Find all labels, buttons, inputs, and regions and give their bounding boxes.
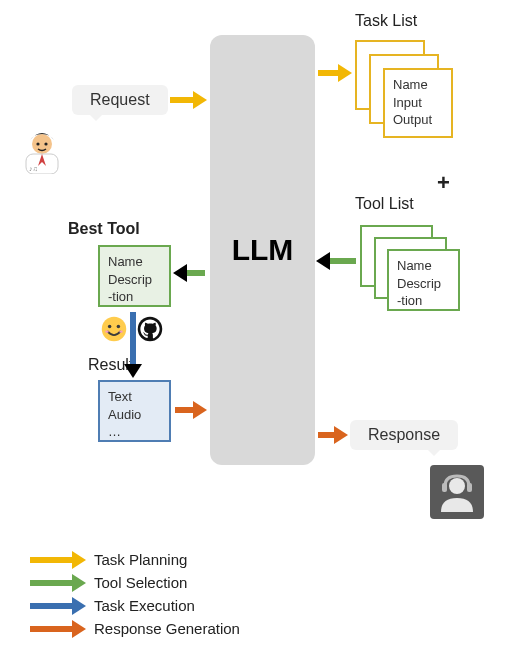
legend-arrow-green: [30, 580, 84, 586]
tool-list-stack: Name Descrip -tion: [360, 225, 470, 320]
legend-text: Response Generation: [94, 620, 240, 637]
llm-box: LLM: [210, 35, 315, 465]
legend-arrow-orange: [30, 626, 84, 632]
tool-list-label: Tool List: [355, 195, 414, 213]
result-card: Text Audio …: [98, 380, 171, 442]
task-card-front: Name Input Output: [383, 68, 453, 138]
arrow-result-to-llm: [175, 407, 205, 413]
svg-point-10: [117, 325, 121, 329]
svg-point-8: [102, 317, 127, 342]
tool-card-line: Name: [397, 257, 450, 275]
best-tool-line: Name: [108, 253, 161, 271]
legend-row-response-generation: Response Generation: [30, 620, 240, 637]
legend-arrow-yellow: [30, 557, 84, 563]
legend-text: Tool Selection: [94, 574, 187, 591]
arrow-besttool-to-result: [130, 312, 136, 376]
diagram-stage: LLM Request ♪♫ Response Task List: [0, 0, 520, 664]
best-tool-line: Descrip: [108, 271, 161, 289]
task-card-line: Output: [393, 111, 443, 129]
svg-point-11: [105, 330, 109, 332]
task-list-stack: Name Input Output: [355, 40, 465, 150]
result-line: Audio: [108, 406, 161, 424]
legend-row-task-planning: Task Planning: [30, 551, 240, 568]
svg-point-9: [108, 325, 112, 329]
task-list-label: Task List: [355, 12, 417, 30]
request-bubble: Request: [72, 85, 168, 115]
task-card-line: Name: [393, 76, 443, 94]
svg-rect-6: [442, 483, 447, 492]
legend-text: Task Planning: [94, 551, 187, 568]
task-card-line: Input: [393, 94, 443, 112]
tool-card-line: Descrip: [397, 275, 450, 293]
scientist-avatar: ♪♫: [20, 130, 64, 174]
legend-row-tool-selection: Tool Selection: [30, 574, 240, 591]
legend-row-task-execution: Task Execution: [30, 597, 240, 614]
svg-text:♪♫: ♪♫: [29, 165, 38, 172]
arrow-llm-to-tasklist: [318, 70, 350, 76]
svg-point-1: [36, 142, 39, 145]
svg-point-12: [119, 330, 123, 332]
plus-symbol: +: [437, 170, 450, 196]
legend: Task Planning Tool Selection Task Execut…: [30, 545, 240, 643]
best-tool-label: Best Tool: [68, 220, 140, 238]
response-bubble: Response: [350, 420, 458, 450]
arrow-llm-to-response: [318, 432, 346, 438]
svg-point-5: [449, 478, 465, 494]
legend-text: Task Execution: [94, 597, 195, 614]
arrow-request-to-llm: [170, 97, 205, 103]
arrow-toollist-to-llm: [318, 258, 356, 264]
svg-point-2: [44, 142, 47, 145]
tool-card-line: -tion: [397, 292, 450, 310]
best-tool-card: Name Descrip -tion: [98, 245, 171, 307]
tool-card-front: Name Descrip -tion: [387, 249, 460, 311]
response-text: Response: [368, 426, 440, 443]
request-text: Request: [90, 91, 150, 108]
arrow-llm-to-besttool: [175, 270, 205, 276]
user-avatar: [430, 465, 484, 519]
svg-rect-7: [467, 483, 472, 492]
legend-arrow-blue: [30, 603, 84, 609]
result-line: Text: [108, 388, 161, 406]
best-tool-line: -tion: [108, 288, 161, 306]
result-line: …: [108, 423, 161, 441]
github-icon: [136, 315, 164, 347]
huggingface-icon: [100, 315, 128, 347]
llm-label: LLM: [232, 233, 294, 267]
